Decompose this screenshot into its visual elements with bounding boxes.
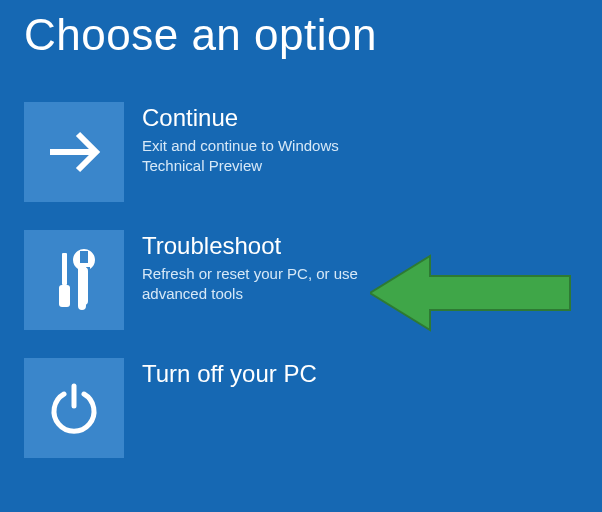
troubleshoot-text: Troubleshoot Refresh or reset your PC, o…: [142, 230, 402, 303]
svg-marker-6: [370, 256, 570, 330]
continue-title: Continue: [142, 104, 402, 132]
svg-rect-1: [62, 253, 67, 285]
tools-icon: [44, 245, 104, 315]
annotation-arrow-icon: [370, 248, 580, 338]
troubleshoot-title: Troubleshoot: [142, 232, 402, 260]
arrow-right-icon: [44, 122, 104, 182]
page-title: Choose an option: [24, 10, 578, 60]
svg-rect-3: [80, 267, 88, 305]
poweroff-text: Turn off your PC: [142, 358, 317, 392]
power-icon: [46, 380, 102, 436]
option-continue[interactable]: Continue Exit and continue to Windows Te…: [24, 102, 578, 202]
troubleshoot-desc: Refresh or reset your PC, or use advance…: [142, 264, 402, 303]
svg-rect-2: [59, 285, 70, 307]
continue-tile: [24, 102, 124, 202]
poweroff-title: Turn off your PC: [142, 360, 317, 388]
svg-rect-4: [80, 251, 88, 263]
option-poweroff[interactable]: Turn off your PC: [24, 358, 578, 458]
troubleshoot-tile: [24, 230, 124, 330]
poweroff-tile: [24, 358, 124, 458]
continue-desc: Exit and continue to Windows Technical P…: [142, 136, 402, 175]
continue-text: Continue Exit and continue to Windows Te…: [142, 102, 402, 175]
